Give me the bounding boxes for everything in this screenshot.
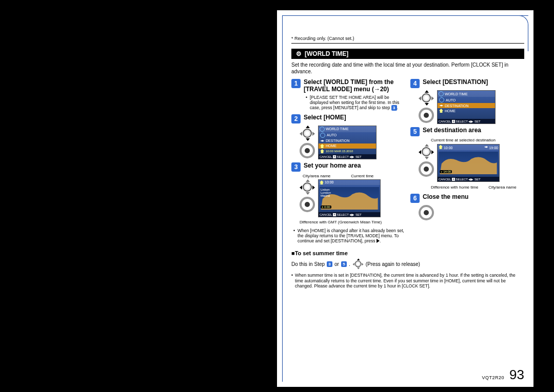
content-area: * Recording only. (Cannot set.) ⚙ [WORLD… [291,36,524,288]
menu-set-button-icon [419,161,434,177]
step-1: 1 Select [WORLD TIME] from the [TRAVEL M… [291,79,405,112]
dpad-left-right-icon [419,144,434,159]
label-city-area: City/area name [303,174,330,178]
bullet-icon: • [306,95,308,111]
step-number-icon: 4 [410,79,420,88]
offset-tag: + 14:00 [440,170,452,173]
home-icon [439,109,443,113]
label-diff-home: Difference with home time [431,185,478,190]
dpad-up-down-icon [300,126,315,141]
home-icon [320,144,324,148]
inline-step-ref-icon: 3 [327,261,332,267]
doc-code: VQT2R20 [482,375,505,380]
step-title: Close the menu [423,194,524,201]
step-number-icon: 6 [410,194,420,203]
rule [291,43,524,44]
label-current-time: Current time [351,174,373,178]
lcd-world-time-home: WORLD TIME AUTO DESTINATION HOME 10:00 M… [318,126,377,159]
frame-top [282,15,528,16]
step1-note: [PLEASE SET THE HOME AREA] will be displ… [310,95,405,111]
footnote-recording-only: * Recording only. (Cannot set.) [291,36,524,41]
summer-time-instruction: Do this in Step 3 or 5. (Press again to … [291,258,524,270]
section-intro: Set the recording date and time with the… [291,62,524,75]
step-6: 6 Close the menu [410,194,524,203]
left-column: 1 Select [WORLD TIME] from the [TRAVEL M… [291,79,405,245]
menu-set-button-icon [300,143,315,158]
step3-note: When [HOME] is changed after it has alre… [298,228,405,244]
section-header-bar: ⚙ [WORLD TIME] [291,49,524,59]
frame-right [528,26,528,51]
bullet-icon: • [291,273,293,288]
frame-left [282,15,283,382]
menu-set-button-icon [300,197,315,212]
step-number-icon: 2 [291,114,301,123]
caption-gmt: Difference with GMT (Greenwich Mean Time… [300,220,405,225]
caption-current-dest-time: Current time at selected destination [431,138,524,143]
play-right-icon [377,239,380,243]
manual-page: * Recording only. (Cannot set.) ⚙ [WORLD… [277,10,533,387]
plane-icon [484,145,488,149]
lcd-home-area-map: 10:00 Lisbon London Madrid ± 0:00 CANCEL… [318,179,381,217]
dpad-left-right-icon [300,179,315,195]
inline-step-ref-icon: 5 [341,261,347,267]
bullet-icon: • [293,228,295,244]
dpad-up-icon [352,259,363,270]
step-title: Select [WORLD TIME] from the [TRAVEL MOD… [304,79,405,93]
world-map-icon: + 14:00 [439,152,498,174]
step3-top-labels: City/area name Current time [303,174,405,178]
summer-time-heading: ■To set summer time [291,250,524,256]
summer-time-note: • When summer time is set in [DESTINATIO… [291,273,524,288]
home-icon [320,149,324,153]
step5-bottom-labels: Difference with home time City/area name [431,185,524,190]
step-title: Set your home area [304,162,405,170]
step-title: Select [HOME] [304,114,405,121]
step-4: 4 Select [DESTINATION] [410,79,524,88]
inline-step-ref-icon: 3 [391,105,397,111]
globe-icon [320,127,325,132]
plane-icon [439,104,443,108]
home-icon [439,145,443,149]
step-3: 3 Set your home area [291,162,405,172]
plane-icon [320,139,324,143]
section-title: [WORLD TIME] [305,50,348,57]
page-footer: VQT2R20 93 [482,367,524,383]
dpad-up-down-icon [419,90,434,106]
right-column: 4 Select [DESTINATION] WORLD TIME AUTO D… [410,79,524,245]
step-5: 5 Set destination area [410,127,524,136]
step-number-icon: 5 [410,127,420,136]
globe-icon [320,133,325,138]
step-title: Select [DESTINATION] [423,79,524,86]
lcd-destination-map: 10:00 19:00 + 14:00 CANCEL 🅼 SELECT ◀▶ S… [437,144,500,182]
world-map-icon: Lisbon London Madrid ± 0:00 [320,187,379,210]
globe-icon [439,91,444,96]
label-city-area: City/area name [488,185,516,190]
gmt-offset-tag: ± 0:00 [321,205,331,209]
step-title: Set destination area [423,127,524,134]
step-number-icon: 1 [291,79,301,88]
home-icon [320,180,324,184]
city-list: Lisbon London Madrid [321,188,331,197]
gear-icon: ⚙ [295,51,302,57]
page-number: 93 [509,367,524,383]
lcd-world-time-destination: WORLD TIME AUTO DESTINATION HOME CANCEL … [437,90,496,124]
frame-corner [517,15,528,27]
step-2: 2 Select [HOME] [291,114,405,123]
globe-icon [439,97,444,102]
step-number-icon: 3 [291,162,301,172]
menu-set-button-icon [419,108,434,123]
menu-set-button-icon [419,205,434,220]
